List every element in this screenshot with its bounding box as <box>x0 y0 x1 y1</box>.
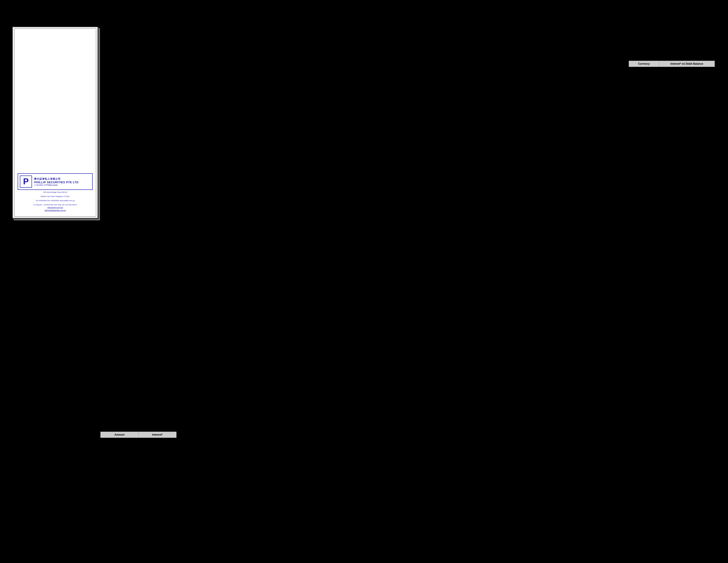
logo-text-block: 辉立証券私人有限公司 PHILLIP SECURITIES PTE LTD A … <box>34 177 79 186</box>
left-document-panel: P 辉立証券私人有限公司 PHILLIP SECURITIES PTE LTD … <box>12 26 98 218</box>
company-logo-area: P 辉立証券私人有限公司 PHILLIP SECURITIES PTE LTD … <box>18 173 93 190</box>
interest-column-header: Interest* <box>139 432 176 438</box>
address-email[interactable]: talktophillip@phillip.com.sg <box>18 209 93 212</box>
interest-debit-column-header: Interest* on Debit Balance <box>659 61 715 67</box>
logo-p-box: P <box>20 175 32 188</box>
logo-company-name: PHILLIP SECURITIES PTE LTD <box>34 180 79 184</box>
address-website[interactable]: www.poems.com.sg <box>18 206 93 209</box>
currency-column-header: Currency <box>629 61 659 67</box>
amount-interest-table: Amount Interest* <box>100 432 176 438</box>
left-panel-inner-border: P 辉立証券私人有限公司 PHILLIP SECURITIES PTE LTD … <box>14 28 96 216</box>
logo-chinese-text: 辉立証券私人有限公司 <box>34 177 79 180</box>
address-block: 250 North Bridge Road #06-00 Raffles Cit… <box>18 190 93 212</box>
amount-column-header: Amount <box>101 432 139 438</box>
logo-subtitle: A member of PhillipCapital <box>34 184 79 186</box>
address-line-2: Raffles City Tower Singapore 179101 <box>41 195 70 197</box>
currency-table-header: Currency Interest* on Debit Balance <box>629 61 715 67</box>
address-line-4: Co Reg No.: 197501035Z GST Reg. No: M2-0… <box>33 204 77 206</box>
logo-p-letter: P <box>23 177 29 186</box>
amount-table-header: Amount Interest* <box>100 432 176 438</box>
currency-interest-table: Currency Interest* on Debit Balance <box>629 61 715 67</box>
address-line-1: 250 North Bridge Road #06-00 <box>43 191 67 193</box>
address-line-3: Tel: 65330300 Fax: 65353034 www.phillip.… <box>36 199 75 201</box>
